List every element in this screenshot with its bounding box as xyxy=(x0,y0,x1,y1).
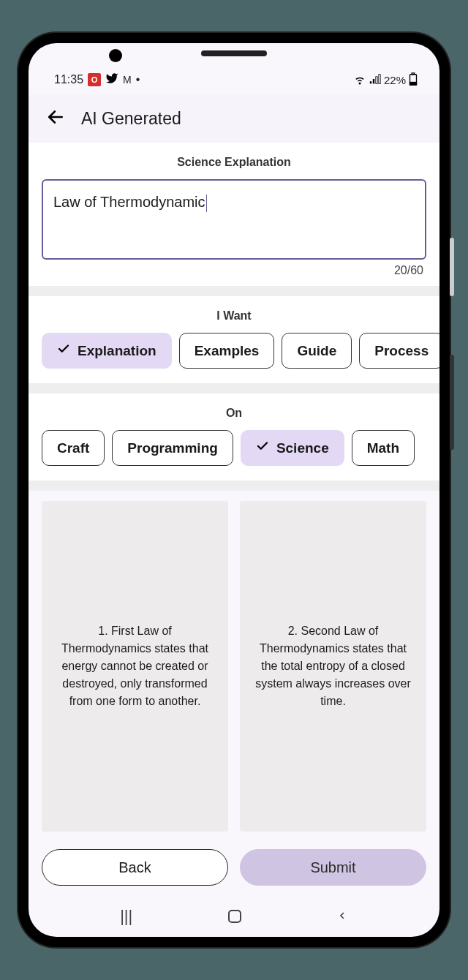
result-text: 2. Second Law of Thermodynamics states t… xyxy=(253,622,413,710)
bottom-buttons: Back Submit xyxy=(29,842,439,896)
divider xyxy=(29,286,439,296)
status-bar: 11:35 O M • 22% xyxy=(29,65,439,94)
chip-label: Examples xyxy=(195,343,260,359)
submit-button[interactable]: Submit xyxy=(240,849,426,886)
recents-button[interactable]: ||| xyxy=(120,907,132,926)
android-back-button[interactable] xyxy=(336,907,348,926)
page-title: AI Generated xyxy=(81,109,181,129)
notch xyxy=(29,43,439,65)
gmail-icon: M xyxy=(123,74,132,86)
wifi-icon xyxy=(353,72,366,88)
result-card-1[interactable]: 1. First Law of Thermodynamics states th… xyxy=(42,501,228,832)
status-right: 22% xyxy=(353,72,418,88)
status-left: 11:35 O M • xyxy=(54,72,140,88)
on-section: On Craft Programming Science Math xyxy=(29,393,439,480)
chip-label: Programming xyxy=(127,440,218,456)
topic-input-value: Law of Thermodynamic xyxy=(53,194,205,210)
chip-label: Math xyxy=(367,440,399,456)
speaker xyxy=(201,50,267,56)
check-icon xyxy=(256,440,269,456)
on-chips: Craft Programming Science Math xyxy=(29,430,439,480)
topic-input[interactable]: Law of Thermodynamic xyxy=(42,179,426,260)
input-label: Science Explanation xyxy=(29,143,439,179)
twitter-icon xyxy=(105,72,118,88)
submit-button-label: Submit xyxy=(310,859,355,876)
chip-label: Craft xyxy=(57,440,89,456)
char-counter: 20/60 xyxy=(29,260,439,286)
divider xyxy=(29,383,439,393)
check-icon xyxy=(57,342,70,359)
power-button xyxy=(450,238,454,296)
chip-process[interactable]: Process xyxy=(359,333,439,369)
chip-examples[interactable]: Examples xyxy=(179,333,275,369)
svg-rect-7 xyxy=(410,82,417,85)
text-cursor xyxy=(206,195,208,212)
dot-icon: • xyxy=(136,73,140,86)
opera-icon: O xyxy=(88,73,101,86)
on-label: On xyxy=(29,393,439,430)
want-section: I Want Explanation Examples Guide Proces… xyxy=(29,296,439,383)
svg-point-0 xyxy=(359,83,361,84)
chip-programming[interactable]: Programming xyxy=(112,430,233,466)
want-chips: Explanation Examples Guide Process xyxy=(29,333,439,383)
chip-explanation[interactable]: Explanation xyxy=(42,333,172,369)
svg-rect-3 xyxy=(376,76,377,83)
chip-craft[interactable]: Craft xyxy=(42,430,105,466)
divider xyxy=(29,480,439,491)
result-text: 1. First Law of Thermodynamics states th… xyxy=(55,622,215,710)
chip-science[interactable]: Science xyxy=(241,430,344,466)
status-time: 11:35 xyxy=(54,73,83,86)
svg-rect-2 xyxy=(373,79,374,83)
input-section: Science Explanation Law of Thermodynamic… xyxy=(29,143,439,286)
svg-rect-1 xyxy=(370,81,371,83)
volume-button xyxy=(450,355,454,450)
signal-icon xyxy=(369,73,381,87)
svg-rect-4 xyxy=(379,74,380,83)
front-camera xyxy=(109,49,122,62)
want-label: I Want xyxy=(29,296,439,333)
svg-rect-6 xyxy=(412,72,415,74)
chip-label: Process xyxy=(374,343,429,359)
battery-icon xyxy=(409,72,418,88)
screen: 11:35 O M • 22% xyxy=(29,43,439,937)
android-nav-bar: ||| xyxy=(29,896,439,937)
phone-frame: 11:35 O M • 22% xyxy=(18,33,450,947)
back-arrow-icon[interactable] xyxy=(46,108,65,129)
chip-guide[interactable]: Guide xyxy=(282,333,352,369)
chip-math[interactable]: Math xyxy=(352,430,415,466)
chip-label: Guide xyxy=(297,343,336,359)
chip-label: Explanation xyxy=(78,343,156,359)
result-card-2[interactable]: 2. Second Law of Thermodynamics states t… xyxy=(240,501,426,832)
chip-label: Science xyxy=(276,440,329,456)
home-button[interactable] xyxy=(228,910,241,923)
battery-text: 22% xyxy=(384,74,406,86)
back-button-label: Back xyxy=(118,859,151,876)
app-header: AI Generated xyxy=(29,94,439,143)
results-area: 1. First Law of Thermodynamics states th… xyxy=(29,491,439,842)
back-button[interactable]: Back xyxy=(42,849,228,886)
